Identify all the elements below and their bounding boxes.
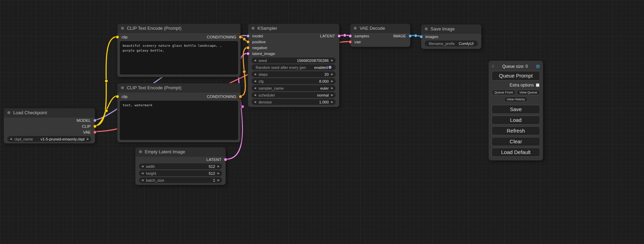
widget-scheduler[interactable]: ◀ scheduler normal ▶ [252, 92, 336, 98]
input-port-clip[interactable] [116, 95, 119, 98]
extra-options-label: Extra options [510, 83, 534, 88]
output-port-conditioning[interactable] [239, 35, 242, 39]
output-slot-model: MODEL [4, 117, 95, 123]
slot-row: samples IMAGE [350, 33, 410, 39]
increment-arrow-icon[interactable]: ▶ [218, 165, 220, 168]
settings-gear-icon[interactable]: ⚙ [536, 64, 540, 69]
node-status-dot [252, 27, 255, 30]
widget-cfg[interactable]: ◀ cfg 8.000 ▶ [252, 78, 336, 84]
node-title: Save Image [431, 26, 455, 31]
input-port-latent-image[interactable] [246, 52, 250, 55]
node-titlebar[interactable]: KSampler [248, 24, 339, 33]
drag-handle-icon[interactable]: ⠿ [492, 64, 494, 69]
output-port-model[interactable] [93, 119, 97, 122]
input-port-positive[interactable] [246, 40, 250, 44]
widget-sampler-name[interactable]: ◀ sampler_name euler ▶ [252, 85, 336, 91]
input-port-negative[interactable] [246, 46, 250, 49]
view-queue-button[interactable]: View Queue [517, 90, 540, 95]
node-titlebar[interactable]: Empty Latent Image [135, 147, 226, 156]
decrement-arrow-icon[interactable]: ◀ [254, 59, 256, 62]
widget-label: sampler_name [258, 86, 284, 90]
increment-arrow-icon[interactable]: ▶ [331, 94, 333, 97]
input-port-images[interactable] [420, 35, 423, 38]
increment-arrow-icon[interactable]: ▶ [331, 73, 333, 76]
prompt-text-area[interactable]: beautiful scenery nature glass bottle la… [120, 41, 238, 74]
decrement-arrow-icon[interactable]: ◀ [254, 101, 256, 103]
queue-size: Queue size: 0 [494, 64, 536, 69]
widget-seed[interactable]: ◀ seed 156680208700286 ▶ [252, 57, 336, 63]
increment-arrow-icon[interactable]: ▶ [218, 172, 220, 175]
node-titlebar[interactable]: CLIP Text Encode (Prompt) [117, 24, 240, 33]
node-titlebar[interactable]: Load Checkpoint [4, 108, 95, 117]
output-port-vae[interactable] [93, 130, 97, 134]
node-title: Empty Latent Image [145, 149, 185, 154]
decrement-arrow-icon[interactable]: ◀ [10, 138, 12, 141]
link-dot-latent-empty [241, 105, 244, 108]
queue-front-button[interactable]: Queue Front [492, 90, 515, 95]
decrement-arrow-icon[interactable]: ◀ [254, 87, 256, 90]
input-port-model[interactable] [246, 34, 250, 38]
decrement-arrow-icon[interactable]: ◀ [254, 94, 256, 97]
decrement-arrow-icon[interactable]: ◀ [141, 172, 143, 175]
increment-arrow-icon[interactable]: ▶ [331, 87, 333, 90]
node-titlebar[interactable]: Save Image [421, 25, 481, 34]
widget-control-after-generate[interactable]: Random seed after every gen enabled [252, 64, 336, 70]
refresh-button[interactable]: Refresh [492, 126, 540, 135]
node-graph-canvas[interactable]: Load Checkpoint MODEL CLIP VAE ◀ ckpt_na… [0, 0, 644, 244]
output-port-conditioning[interactable] [239, 95, 242, 98]
widget-label: Random seed after every gen [256, 65, 306, 70]
decrement-arrow-icon[interactable]: ◀ [141, 179, 143, 182]
increment-arrow-icon[interactable]: ▶ [331, 80, 333, 83]
input-port-clip[interactable] [116, 35, 119, 39]
save-button[interactable]: Save [492, 105, 540, 114]
output-port-clip[interactable] [93, 125, 97, 128]
input-port-vae[interactable] [349, 40, 352, 44]
load-button[interactable]: Load [492, 116, 540, 125]
widget-filename-prefix[interactable]: filename_prefix ComfyUI [425, 40, 478, 46]
node-titlebar[interactable]: VAE Decode [350, 24, 410, 33]
increment-arrow-icon[interactable]: ▶ [218, 179, 220, 182]
slot-label: VAE [83, 130, 91, 134]
input-port-samples[interactable] [349, 34, 352, 38]
node-titlebar[interactable]: CLIP Text Encode (Prompt) [117, 83, 240, 92]
node-clip-text-encode-positive[interactable]: CLIP Text Encode (Prompt) clip CONDITION… [117, 24, 241, 77]
output-port-latent[interactable] [224, 158, 227, 161]
increment-arrow-icon[interactable]: ▶ [331, 101, 333, 103]
queue-size-count: 0 [526, 64, 528, 69]
extra-options-row: Extra options [492, 83, 539, 88]
node-ksampler[interactable]: KSampler model LATENT positive negative … [248, 24, 339, 107]
decrement-arrow-icon[interactable]: ◀ [141, 165, 143, 168]
widget-batch-size[interactable]: ◀ batch_size 1 ▶ [139, 177, 222, 183]
view-history-button[interactable]: View History [504, 97, 528, 102]
node-vae-decode[interactable]: VAE Decode samples IMAGE vae [350, 24, 411, 47]
node-save-image[interactable]: Save Image images filename_prefix ComfyU… [421, 24, 482, 49]
queue-size-label: Queue size: [502, 64, 524, 69]
clear-button[interactable]: Clear [492, 137, 540, 146]
decrement-arrow-icon[interactable]: ◀ [254, 80, 256, 83]
toggle-dot-icon[interactable] [328, 66, 332, 69]
node-clip-text-encode-negative[interactable]: CLIP Text Encode (Prompt) clip CONDITION… [117, 83, 241, 143]
node-title: Load Checkpoint [13, 110, 47, 115]
output-port-latent[interactable] [337, 34, 341, 38]
widget-label: filename_prefix [429, 42, 455, 46]
increment-arrow-icon[interactable]: ▶ [87, 138, 89, 141]
output-slot-vae: VAE [4, 129, 95, 135]
decrement-arrow-icon[interactable]: ◀ [254, 73, 256, 76]
widget-label: cfg [258, 79, 264, 83]
widget-height[interactable]: ◀ height 512 ▶ [139, 170, 222, 176]
prompt-text-area[interactable]: text, watermark [120, 101, 238, 140]
node-empty-latent-image[interactable]: Empty Latent Image LATENT ◀ width 512 ▶ … [135, 147, 226, 185]
link-dot-conditioning-negative [243, 70, 246, 73]
node-load-checkpoint[interactable]: Load Checkpoint MODEL CLIP VAE ◀ ckpt_na… [3, 108, 95, 144]
widget-steps[interactable]: ◀ steps 20 ▶ [252, 71, 336, 77]
widget-width[interactable]: ◀ width 512 ▶ [139, 163, 222, 169]
widget-denoise[interactable]: ◀ denoise 1.000 ▶ [252, 99, 336, 105]
output-port-image[interactable] [408, 34, 412, 38]
widget-ckpt-name[interactable]: ◀ ckpt_name v1-5-pruned-emaonly.ckpt ▶ [7, 136, 91, 142]
load-default-button[interactable]: Load Default [492, 148, 540, 157]
extra-options-checkbox[interactable] [536, 83, 539, 87]
slot-label: positive [252, 40, 266, 44]
queue-prompt-button[interactable]: Queue Prompt [492, 71, 540, 81]
increment-arrow-icon[interactable]: ▶ [331, 59, 333, 62]
input-slot-clip: clip [122, 94, 127, 99]
